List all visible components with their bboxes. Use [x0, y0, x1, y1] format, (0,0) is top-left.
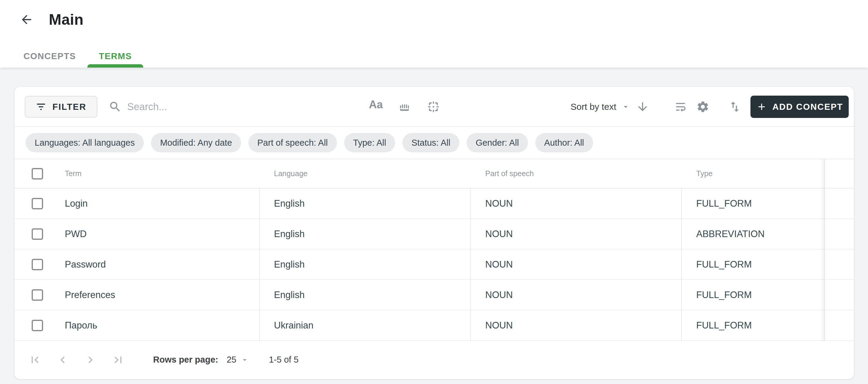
chevron-down-icon	[621, 102, 630, 111]
tab-concepts[interactable]: CONCEPTS	[12, 45, 87, 67]
sort-direction-button[interactable]	[636, 100, 649, 115]
row-checkbox[interactable]	[32, 228, 43, 240]
add-concept-label: ADD CONCEPT	[772, 102, 843, 112]
chip-languages-label: Languages: All languages	[35, 138, 135, 148]
next-page-button[interactable]	[83, 353, 98, 367]
sort-by-dropdown[interactable]: Sort by text	[570, 87, 630, 127]
import-export-button[interactable]	[728, 100, 741, 115]
pinned-column-shadow	[819, 188, 825, 341]
part-of-speech-cell: NOUN	[485, 311, 513, 340]
rows-per-page-label: Rows per page:	[153, 355, 218, 365]
wrap-text-icon	[674, 100, 687, 113]
table-row[interactable]: Password English NOUN FULL_FORM	[14, 249, 854, 280]
select-all-checkbox[interactable]	[32, 168, 43, 179]
chip-part-of-speech[interactable]: Part of speech: All	[248, 133, 337, 152]
exact-match-button[interactable]	[427, 100, 440, 115]
pagination-bar: Rows per page: 25 1-5 of 5	[14, 341, 854, 379]
type-cell: FULL_FORM	[696, 249, 752, 279]
last-page-icon	[112, 353, 125, 366]
chip-status-label: Status: All	[411, 138, 450, 148]
table-header: Term Language Part of speech Type	[14, 159, 854, 188]
language-cell: English	[274, 188, 305, 218]
row-checkbox[interactable]	[32, 198, 43, 209]
table-row[interactable]: Login English NOUN FULL_FORM	[14, 188, 854, 219]
first-page-button[interactable]	[28, 353, 42, 367]
add-concept-button[interactable]: ADD CONCEPT	[750, 96, 849, 118]
term-cell: Пароль	[65, 311, 97, 340]
stem-match-button[interactable]	[398, 100, 411, 115]
type-cell: FULL_FORM	[696, 188, 752, 218]
terms-panel: FILTER Aa Sort by text	[14, 87, 854, 379]
language-cell: Ukrainian	[274, 311, 313, 340]
barcode-icon	[398, 100, 411, 113]
rows-per-page-value: 25	[227, 355, 236, 365]
back-button[interactable]	[19, 12, 34, 27]
table-row[interactable]: Пароль Ukrainian NOUN FULL_FORM	[14, 311, 854, 341]
column-header-term: Term	[65, 159, 82, 188]
search-icon	[108, 100, 122, 113]
plus-icon	[756, 101, 767, 112]
column-header-part-of-speech: Part of speech	[485, 159, 534, 188]
language-cell: English	[274, 280, 305, 310]
part-of-speech-cell: NOUN	[485, 249, 513, 279]
search-input[interactable]	[127, 97, 344, 116]
sort-by-label: Sort by text	[570, 102, 616, 112]
rows-per-page-select[interactable]: 25	[227, 355, 249, 365]
match-case-button[interactable]: Aa	[369, 98, 383, 111]
language-cell: English	[274, 249, 305, 279]
tab-bar: CONCEPTS TERMS	[12, 45, 143, 67]
arrow-left-icon	[20, 13, 33, 27]
chip-gender[interactable]: Gender: All	[467, 133, 528, 152]
settings-button[interactable]	[696, 100, 710, 115]
table-row[interactable]: PWD English NOUN ABBREVIATION	[14, 219, 854, 249]
import-export-icon	[728, 100, 741, 113]
chevron-right-icon	[84, 353, 97, 366]
pinned-column-shadow	[819, 159, 825, 188]
tab-terms[interactable]: TERMS	[87, 45, 144, 67]
column-header-type: Type	[696, 159, 712, 188]
filter-button[interactable]: FILTER	[25, 96, 97, 118]
filter-chips-row: Languages: All languages Modified: Any d…	[14, 127, 854, 159]
part-of-speech-cell: NOUN	[485, 219, 513, 249]
term-cell: Preferences	[65, 280, 115, 310]
chip-gender-label: Gender: All	[475, 138, 519, 148]
chip-author-label: Author: All	[544, 138, 584, 148]
gear-icon	[696, 100, 710, 113]
crosshair-frame-icon	[427, 100, 440, 113]
app-header: Main CONCEPTS TERMS	[0, 0, 868, 67]
type-cell: FULL_FORM	[696, 280, 752, 310]
last-page-button[interactable]	[111, 353, 125, 367]
column-header-language: Language	[274, 159, 307, 188]
row-checkbox[interactable]	[32, 289, 43, 301]
first-page-icon	[28, 353, 41, 366]
chevron-left-icon	[56, 353, 69, 366]
previous-page-button[interactable]	[56, 353, 70, 367]
filter-button-label: FILTER	[53, 102, 87, 112]
row-checkbox[interactable]	[32, 320, 43, 331]
page-title: Main	[49, 11, 84, 28]
active-tab-indicator	[87, 64, 144, 67]
part-of-speech-cell: NOUN	[485, 280, 513, 310]
language-cell: English	[274, 219, 305, 249]
column-divider	[681, 188, 682, 341]
pagination-range: 1-5 of 5	[269, 355, 299, 365]
table-body: Login English NOUN FULL_FORM PWD English…	[14, 188, 854, 341]
chip-status[interactable]: Status: All	[402, 133, 459, 152]
column-divider	[259, 188, 260, 341]
chip-languages[interactable]: Languages: All languages	[26, 133, 144, 152]
chip-type-label: Type: All	[353, 138, 386, 148]
chip-modified-label: Modified: Any date	[160, 138, 232, 148]
term-cell: Login	[65, 188, 88, 218]
toolbar: FILTER Aa Sort by text	[14, 87, 854, 127]
wrap-text-button[interactable]	[674, 100, 687, 115]
table-row[interactable]: Preferences English NOUN FULL_FORM	[14, 280, 854, 311]
chip-part-of-speech-label: Part of speech: All	[257, 138, 328, 148]
chip-modified[interactable]: Modified: Any date	[151, 133, 241, 152]
type-cell: ABBREVIATION	[696, 219, 765, 249]
type-cell: FULL_FORM	[696, 311, 752, 340]
chip-type[interactable]: Type: All	[344, 133, 396, 152]
chip-author[interactable]: Author: All	[535, 133, 593, 152]
part-of-speech-cell: NOUN	[485, 188, 513, 218]
arrow-down-icon	[636, 100, 649, 113]
row-checkbox[interactable]	[32, 259, 43, 270]
